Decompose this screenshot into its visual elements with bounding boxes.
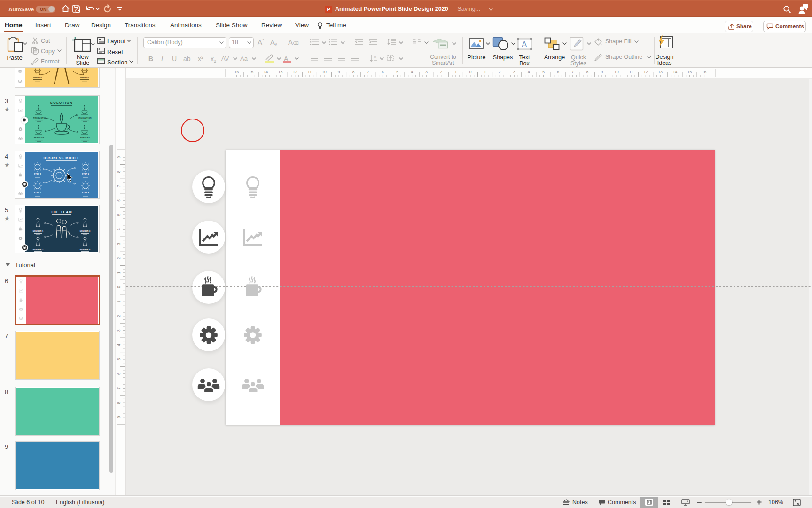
svg-text:4: 4: [117, 228, 121, 230]
svg-text:SUPPORT: SUPPORT: [80, 136, 90, 139]
svg-text:WHERE?: WHERE?: [33, 76, 42, 79]
svg-text:8: 8: [117, 401, 121, 404]
svg-text:8: 8: [352, 70, 355, 74]
svg-text:15: 15: [687, 70, 692, 74]
svg-text:3: 3: [117, 243, 121, 245]
svg-text:MEMBER 4: MEMBER 4: [80, 248, 91, 251]
svg-text:10: 10: [614, 70, 619, 74]
svg-text:13: 13: [658, 70, 663, 74]
svg-text:1: 1: [455, 70, 457, 74]
svg-text:9: 9: [601, 70, 603, 74]
svg-text:9: 9: [117, 416, 121, 418]
svg-text:STEP 3: STEP 3: [34, 191, 41, 194]
svg-text:8: 8: [117, 170, 121, 173]
svg-text:3: 3: [425, 70, 428, 74]
svg-text:STEP 4: STEP 4: [82, 191, 89, 194]
svg-text:WHERE?: WHERE?: [80, 76, 89, 79]
svg-text:5: 5: [117, 214, 121, 216]
svg-text:16: 16: [234, 70, 239, 74]
svg-text:7: 7: [367, 70, 369, 74]
svg-text:5: 5: [542, 70, 545, 74]
svg-text:6: 6: [382, 70, 384, 74]
svg-text:7: 7: [117, 387, 121, 389]
svg-text:A: A: [522, 40, 527, 49]
svg-text:4: 4: [411, 70, 413, 74]
svg-text:11: 11: [307, 70, 312, 74]
svg-text:SERVICES: SERVICES: [34, 136, 45, 139]
svg-text:15: 15: [249, 70, 254, 74]
svg-text:2: 2: [499, 70, 501, 74]
svg-text:8: 8: [586, 70, 588, 74]
svg-text:SOLUTION: SOLUTION: [50, 101, 73, 105]
svg-text:16: 16: [702, 70, 707, 74]
svg-text:12: 12: [643, 70, 648, 74]
svg-text:1: 1: [117, 271, 121, 274]
svg-text:6: 6: [117, 373, 121, 375]
svg-text:6: 6: [117, 199, 121, 202]
svg-text:2: 2: [117, 257, 121, 259]
svg-text:14: 14: [264, 70, 268, 74]
svg-text:13: 13: [278, 70, 283, 74]
svg-text:MEMBER 2: MEMBER 2: [33, 248, 44, 251]
svg-text:0: 0: [469, 70, 472, 74]
svg-text:1: 1: [117, 301, 121, 303]
svg-text:1: 1: [484, 70, 486, 74]
svg-text:BUSINESS MODEL: BUSINESS MODEL: [43, 156, 79, 159]
svg-text:7: 7: [571, 70, 574, 74]
svg-text:MEMBER 1: MEMBER 1: [33, 230, 44, 232]
svg-text:6: 6: [557, 70, 559, 74]
svg-text:PRODUCTS: PRODUCTS: [33, 117, 45, 119]
svg-text:14: 14: [673, 70, 678, 74]
svg-text:STEP 2: STEP 2: [82, 173, 89, 175]
svg-text:3: 3: [513, 70, 515, 74]
svg-text:12: 12: [293, 70, 297, 74]
svg-text:10: 10: [322, 70, 327, 74]
svg-text:4: 4: [117, 344, 121, 346]
svg-text:INNOVATION: INNOVATION: [78, 117, 92, 119]
svg-text:2: 2: [440, 70, 442, 74]
svg-text:4: 4: [528, 70, 530, 74]
svg-text:7: 7: [117, 185, 121, 187]
svg-text:9: 9: [117, 156, 121, 159]
svg-text:0: 0: [117, 286, 121, 288]
svg-text:THE TEAM: THE TEAM: [51, 210, 72, 214]
svg-text:2: 2: [117, 315, 121, 317]
svg-text:STEP 1: STEP 1: [34, 173, 41, 175]
svg-text:A: A: [374, 55, 376, 59]
svg-text:5: 5: [396, 70, 398, 74]
svg-text:MEMBER 3: MEMBER 3: [80, 230, 91, 232]
svg-text:5: 5: [117, 358, 121, 360]
svg-text:9: 9: [338, 70, 340, 74]
svg-text:3: 3: [117, 329, 121, 332]
svg-text:11: 11: [629, 70, 633, 74]
